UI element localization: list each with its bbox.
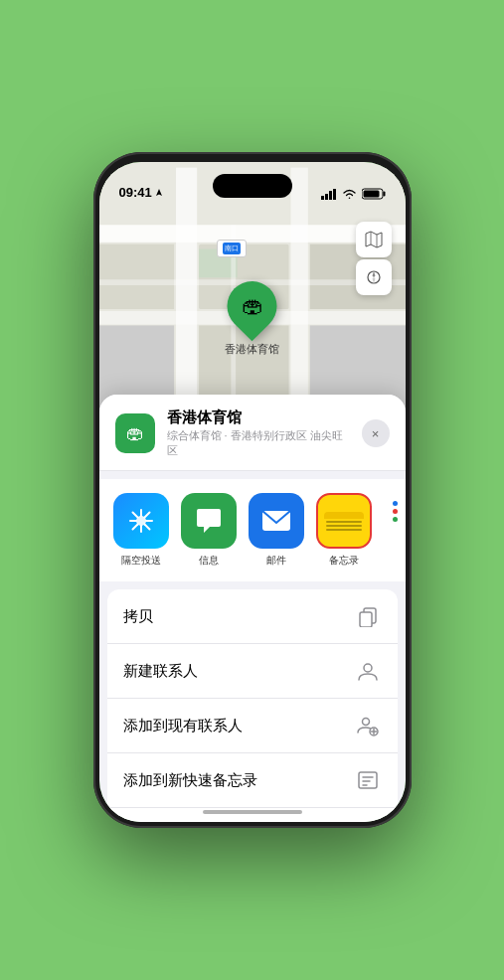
map-controls (356, 222, 392, 295)
location-pin: 🏟 香港体育馆 (225, 281, 279, 357)
mail-icon-box (249, 493, 304, 549)
svg-rect-1 (325, 194, 328, 200)
status-time: 09:41 (119, 185, 164, 200)
svg-rect-6 (363, 191, 379, 198)
copy-icon (354, 602, 382, 630)
new-contact-icon (354, 657, 382, 685)
action-new-contact[interactable]: 新建联系人 (107, 644, 398, 699)
map-type-icon (365, 231, 383, 248)
venue-name: 香港体育馆 (167, 408, 350, 427)
svg-point-27 (364, 664, 372, 672)
phone-screen: 09:41 (99, 162, 406, 822)
add-note-icon (354, 766, 382, 794)
action-add-existing-label: 添加到现有联系人 (123, 717, 243, 735)
action-add-existing[interactable]: 添加到现有联系人 (107, 699, 398, 753)
label-icon: 南口 (223, 243, 241, 254)
action-copy[interactable]: 拷贝 (107, 589, 398, 644)
print-icon (354, 821, 382, 822)
action-list: 拷贝 新建联系人 (107, 589, 398, 822)
action-copy-label: 拷贝 (123, 607, 153, 626)
share-item-notes[interactable]: 备忘录 (314, 493, 374, 568)
svg-rect-13 (99, 245, 174, 309)
share-item-mail[interactable]: 邮件 (247, 493, 306, 568)
venue-subtitle: 综合体育馆 · 香港特别行政区 油尖旺区 (167, 428, 350, 458)
signal-icon (321, 189, 337, 200)
wifi-icon (342, 189, 357, 200)
messages-label: 信息 (199, 554, 219, 568)
mail-icon (261, 510, 291, 532)
add-existing-icon (354, 712, 382, 739)
svg-rect-2 (329, 191, 332, 200)
sheet-header: 🏟 香港体育馆 综合体育馆 · 香港特别行政区 油尖旺区 × (99, 395, 406, 471)
battery-icon (362, 188, 386, 200)
mail-label: 邮件 (266, 554, 286, 568)
location-button[interactable] (356, 259, 392, 295)
map-type-button[interactable] (356, 222, 392, 257)
share-item-messages[interactable]: 信息 (179, 493, 239, 568)
action-new-contact-label: 新建联系人 (123, 662, 198, 681)
pin-label: 香港体育馆 (225, 342, 279, 357)
svg-rect-5 (383, 192, 385, 197)
svg-rect-26 (360, 612, 372, 627)
more-dots (382, 497, 406, 525)
airdrop-icon (127, 507, 155, 535)
map-label: 南口 (217, 240, 247, 257)
share-item-airdrop[interactable]: 隔空投送 (111, 493, 171, 568)
new-contact-icon-svg (357, 660, 379, 682)
airdrop-label: 隔空投送 (121, 554, 161, 568)
venue-icon: 🏟 (115, 413, 155, 453)
add-existing-icon-svg (357, 715, 379, 736)
bottom-sheet: 🏟 香港体育馆 综合体育馆 · 香港特别行政区 油尖旺区 × (99, 395, 406, 822)
svg-rect-0 (321, 196, 324, 200)
copy-icon-svg (357, 605, 379, 627)
messages-icon (194, 507, 224, 535)
close-button[interactable]: × (362, 419, 390, 447)
action-add-note[interactable]: 添加到新快速备忘录 (107, 753, 398, 808)
action-add-note-label: 添加到新快速备忘录 (123, 771, 257, 790)
notes-icon-box (316, 493, 372, 549)
svg-rect-32 (359, 772, 377, 788)
svg-rect-3 (333, 189, 336, 200)
location-arrow-icon (154, 188, 164, 198)
time-display: 09:41 (119, 185, 152, 200)
notes-label: 备忘录 (329, 554, 359, 568)
add-note-icon-svg (357, 769, 379, 791)
share-row: 隔空投送 信息 (99, 479, 406, 581)
messages-icon-box (181, 493, 237, 549)
airdrop-icon-box (113, 493, 169, 549)
share-more-button[interactable] (382, 497, 406, 525)
home-indicator (203, 810, 302, 814)
status-icons (321, 188, 386, 200)
phone-frame: 09:41 (93, 152, 412, 828)
compass-icon (366, 269, 382, 285)
venue-info: 香港体育馆 综合体育馆 · 香港特别行政区 油尖旺区 (167, 408, 350, 458)
svg-point-28 (362, 719, 369, 726)
dynamic-island (213, 174, 292, 198)
